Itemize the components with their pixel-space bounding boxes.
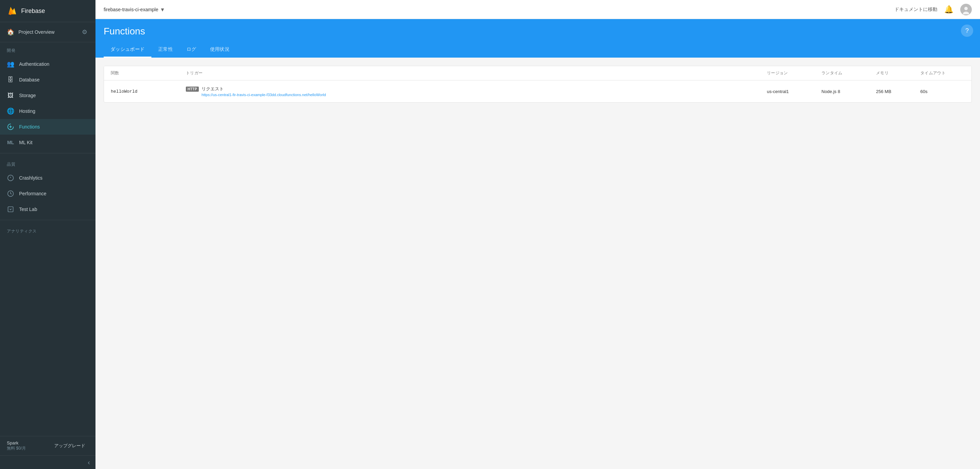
http-badge: HTTP	[186, 87, 199, 92]
notifications-icon[interactable]: 🔔	[944, 5, 953, 14]
sidebar-item-authentication-label: Authentication	[19, 61, 49, 67]
project-overview-label: Project Overview	[18, 29, 54, 35]
sidebar-item-performance[interactable]: Performance	[0, 186, 95, 202]
sidebar-item-authentication[interactable]: 👥 Authentication	[0, 56, 95, 72]
topbar-left: firebase-travis-ci-example ▾	[103, 6, 164, 13]
sidebar-item-functions[interactable]: Functions	[0, 119, 95, 135]
docs-link[interactable]: ドキュメントに移動	[894, 6, 937, 13]
user-avatar[interactable]	[960, 4, 972, 15]
topbar: firebase-travis-ci-example ▾ ドキュメントに移動 🔔	[95, 0, 980, 19]
sidebar-item-database[interactable]: 🗄 Database	[0, 72, 95, 87]
functions-header: Functions ? ダッシュボード 正常性 ログ 使用状況	[95, 19, 980, 57]
firebase-logo-icon	[7, 5, 18, 16]
divider-2	[0, 220, 95, 220]
table-header-row: 関数 トリガー リージョン ランタイム メモリ タイムアウト	[104, 66, 972, 80]
page-title: Functions	[103, 26, 145, 37]
cell-trigger: HTTP リクエスト https://us-central1-fir-travi…	[186, 86, 767, 97]
table-row: helloWorld HTTP リクエスト https://us-central…	[104, 80, 972, 102]
sidebar-item-database-label: Database	[19, 77, 40, 83]
topbar-right: ドキュメントに移動 🔔	[894, 4, 972, 15]
plan-price: 無料 $0/月	[7, 445, 26, 451]
cell-memory: 256 MB	[876, 89, 920, 94]
project-overview-row[interactable]: 🏠 Project Overview ⚙	[0, 22, 95, 42]
col-header-memory: メモリ	[876, 70, 920, 76]
settings-icon[interactable]: ⚙	[81, 27, 89, 37]
col-header-timeout: タイムアウト	[920, 70, 965, 76]
database-icon: 🗄	[7, 76, 14, 84]
sidebar-item-crashlytics[interactable]: Crashlytics	[0, 170, 95, 186]
sidebar-item-performance-label: Performance	[19, 191, 46, 196]
functions-table: 関数 トリガー リージョン ランタイム メモリ タイムアウト helloWorl…	[103, 66, 972, 103]
tab-logs[interactable]: ログ	[180, 42, 203, 57]
col-header-trigger: トリガー	[186, 70, 767, 76]
svg-rect-4	[8, 207, 13, 212]
functions-tabs: ダッシュボード 正常性 ログ 使用状況	[103, 42, 972, 57]
tab-health[interactable]: 正常性	[151, 42, 180, 57]
sidebar-item-hosting[interactable]: 🌐 Hosting	[0, 103, 95, 119]
project-overview-left: 🏠 Project Overview	[7, 28, 54, 36]
spark-info: Spark 無料 $0/月	[7, 440, 26, 451]
mlkit-icon: ML	[7, 139, 14, 146]
plan-name: Spark	[7, 440, 26, 445]
section-label-analytics: アナリティクス	[0, 223, 95, 237]
sidebar-item-mlkit-label: ML Kit	[19, 140, 32, 145]
help-button[interactable]: ?	[961, 25, 973, 37]
sidebar-item-mlkit[interactable]: ML ML Kit	[0, 135, 95, 150]
cell-runtime: Node.js 8	[821, 89, 876, 94]
collapse-icon: ‹	[88, 458, 90, 466]
section-label-quality: 品質	[0, 156, 95, 170]
home-icon: 🏠	[7, 28, 14, 36]
trigger-info: リクエスト https://us-central1-fir-travis-ci-…	[202, 86, 326, 97]
section-label-develop: 開発	[0, 42, 95, 56]
col-header-region: リージョン	[767, 70, 821, 76]
storage-icon: 🖼	[7, 92, 14, 99]
main-wrapper: firebase-travis-ci-example ▾ ドキュメントに移動 🔔…	[95, 0, 980, 469]
sidebar-header: Firebase	[0, 0, 95, 22]
col-header-runtime: ランタイム	[821, 70, 876, 76]
app-title: Firebase	[21, 8, 45, 15]
trigger-url[interactable]: https://us-central1-fir-travis-ci-exampl…	[202, 93, 326, 97]
trigger-label: リクエスト	[202, 86, 326, 92]
upgrade-button[interactable]: アップグレード	[51, 441, 89, 451]
performance-icon	[7, 190, 14, 197]
cell-region: us-central1	[767, 89, 821, 94]
sidebar-item-storage-label: Storage	[19, 93, 36, 98]
sidebar-item-functions-label: Functions	[19, 124, 40, 130]
sidebar: Firebase 🏠 Project Overview ⚙ 開発 👥 Authe…	[0, 0, 95, 469]
project-name: firebase-travis-ci-example	[103, 7, 158, 12]
hosting-icon: 🌐	[7, 107, 14, 115]
content-area: 関数 トリガー リージョン ランタイム メモリ タイムアウト helloWorl…	[95, 57, 980, 469]
authentication-icon: 👥	[7, 60, 14, 68]
sidebar-item-hosting-label: Hosting	[19, 108, 35, 114]
project-dropdown-icon[interactable]: ▾	[161, 6, 164, 13]
tab-dashboard[interactable]: ダッシュボード	[103, 42, 151, 57]
tab-usage[interactable]: 使用状況	[203, 42, 236, 57]
collapse-button[interactable]: ‹	[0, 455, 95, 469]
divider-1	[0, 153, 95, 153]
sidebar-footer: Spark 無料 $0/月 アップグレード	[0, 436, 95, 455]
col-header-name: 関数	[111, 70, 186, 76]
sidebar-item-crashlytics-label: Crashlytics	[19, 175, 42, 181]
cell-timeout: 60s	[920, 89, 965, 94]
functions-icon	[7, 123, 14, 130]
sidebar-item-testlab[interactable]: Test Lab	[0, 202, 95, 217]
sidebar-item-storage[interactable]: 🖼 Storage	[0, 87, 95, 103]
sidebar-item-testlab-label: Test Lab	[19, 207, 37, 212]
cell-function-name: helloWorld	[111, 89, 186, 94]
crashlytics-icon	[7, 174, 14, 182]
svg-point-6	[964, 7, 968, 10]
testlab-icon	[7, 205, 14, 213]
